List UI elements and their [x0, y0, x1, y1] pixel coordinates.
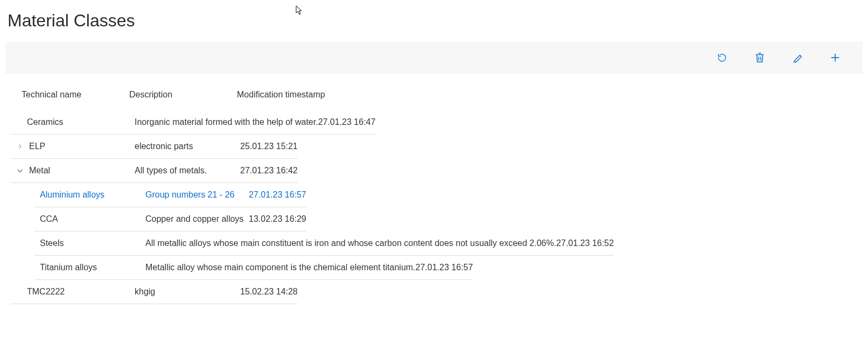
table-header: Technical name Description Modification … — [11, 85, 857, 110]
cell-description: All types of metals. — [135, 166, 240, 176]
cell-desc-ts: All metallic alloys whose main constitue… — [145, 238, 614, 248]
cell-timestamp: 27.01.23 16:47 — [318, 117, 376, 127]
cell-description: electronic parts — [135, 142, 240, 151]
toolbar — [5, 41, 863, 74]
cell-description: Copper and copper alloys — [145, 214, 249, 224]
cell-description: All metallic alloys whose main constitue… — [145, 238, 556, 248]
refresh-icon[interactable] — [716, 52, 728, 64]
cell-timestamp: 27.01.23 16:57 — [249, 190, 306, 200]
table-row-ceramics[interactable]: Ceramics Inorganic material formed with … — [11, 110, 375, 135]
cell-name: CCA — [40, 214, 145, 224]
cell-timestamp: 25.01.23 15:21 — [240, 142, 298, 151]
table-row-steels[interactable]: Steels All metallic alloys whose main co… — [34, 231, 614, 256]
cell-timestamp: 27.01.23 16:52 — [556, 238, 614, 248]
table-row-titanium[interactable]: Titanium alloys Metallic alloy whose mai… — [34, 256, 473, 280]
cell-description: Inorganic material formed with the help … — [135, 117, 318, 127]
page-title: Material Classes — [8, 11, 863, 31]
table-row-cca[interactable]: CCA Copper and copper alloys 13.02.23 16… — [34, 207, 306, 231]
chevron-down-icon[interactable] — [15, 167, 25, 174]
col-header-name: Technical name — [22, 90, 129, 100]
cell-description: khgig — [135, 287, 240, 297]
tree-table: Technical name Description Modification … — [5, 74, 863, 304]
col-header-timestamp: Modification timestamp — [237, 90, 325, 100]
delete-icon[interactable] — [754, 52, 766, 64]
cell-desc-ts: Metallic alloy whose main component is t… — [145, 263, 473, 272]
cell-name: Steels — [40, 238, 145, 248]
chevron-right-icon[interactable] — [15, 143, 25, 150]
cell-name: Ceramics — [27, 117, 135, 127]
cell-name: Aluminium alloys — [40, 190, 145, 200]
table-row-metal[interactable]: Metal All types of metals. 27.01.23 16:4… — [11, 159, 298, 183]
add-icon[interactable] — [829, 52, 841, 64]
cell-timestamp: 13.02.23 16:29 — [249, 214, 306, 224]
cell-description: Group numbers 21 - 26 — [145, 190, 249, 200]
cell-name: Metal — [29, 166, 135, 176]
cell-description: Metallic alloy whose main component is t… — [145, 263, 416, 272]
table-row-aluminium[interactable]: Aluminium alloys Group numbers 21 - 26 2… — [34, 183, 306, 207]
cell-timestamp: 15.02.23 14:28 — [240, 287, 298, 297]
cell-timestamp: 27.01.23 16:57 — [416, 263, 473, 272]
col-header-description: Description — [129, 90, 237, 100]
cell-name: TMC2222 — [27, 287, 135, 297]
cell-desc-ts: Inorganic material formed with the help … — [135, 117, 375, 127]
cell-name: Titanium alloys — [40, 263, 145, 272]
table-row-tmc2222[interactable]: TMC2222 khgig 15.02.23 14:28 — [11, 280, 298, 304]
cell-timestamp: 27.01.23 16:42 — [240, 166, 298, 176]
table-row-elp[interactable]: ELP electronic parts 25.01.23 15:21 — [11, 135, 298, 159]
cell-name: ELP — [29, 142, 135, 151]
edit-icon[interactable] — [792, 52, 803, 64]
